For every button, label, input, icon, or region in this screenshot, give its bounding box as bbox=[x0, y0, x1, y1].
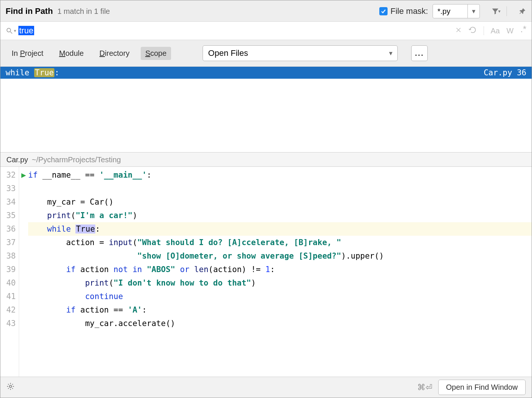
svg-point-4 bbox=[9, 385, 12, 388]
scope-tab-scope[interactable]: Scope bbox=[141, 47, 171, 60]
scope-tabs: In ProjectModuleDirectoryScope bbox=[7, 47, 171, 60]
shortcut-hint: ⌘⏎ bbox=[417, 383, 432, 392]
open-in-find-window-button[interactable]: Open in Find Window bbox=[438, 380, 526, 395]
clear-icon[interactable] bbox=[455, 27, 462, 35]
result-file: Car.py 36 bbox=[484, 68, 526, 77]
scope-dropdown-value: Open Files bbox=[203, 48, 385, 58]
line-gutter: 323334353637383940414243 bbox=[0, 167, 19, 377]
chevron-down-icon: ▾ bbox=[385, 49, 397, 57]
svg-point-0 bbox=[7, 28, 11, 32]
file-mask-input[interactable]: *.py ▾ bbox=[433, 4, 480, 18]
title-bar: Find in Path 1 match in 1 file File mask… bbox=[0, 0, 532, 21]
scope-dropdown[interactable]: Open Files ▾ bbox=[203, 45, 398, 61]
run-marks: ▶ bbox=[19, 167, 28, 377]
file-mask-dropdown-icon[interactable]: ▾ bbox=[467, 4, 479, 18]
match-case-toggle[interactable]: Aa bbox=[491, 27, 500, 35]
result-row[interactable]: while True: Car.py 36 bbox=[0, 67, 532, 79]
search-row: ▾ true Aa W .* bbox=[0, 21, 532, 40]
words-toggle[interactable]: W bbox=[506, 27, 514, 35]
preview-header: Car.py ~/PycharmProjects/Testing bbox=[0, 152, 532, 167]
pin-icon[interactable] bbox=[518, 7, 526, 15]
code-body: if __name__ == '__main__': my_car = Car(… bbox=[28, 167, 532, 377]
scope-tab-in-project[interactable]: In Project bbox=[7, 47, 48, 60]
scope-ellipsis-button[interactable]: ... bbox=[411, 45, 428, 61]
scope-row: In ProjectModuleDirectoryScope Open File… bbox=[0, 40, 532, 66]
dialog-title: Find in Path bbox=[6, 6, 53, 16]
regex-toggle[interactable]: .* bbox=[520, 24, 526, 34]
search-query: true bbox=[18, 26, 34, 35]
history-icon[interactable] bbox=[469, 26, 477, 36]
results-list: while True: Car.py 36 bbox=[0, 66, 532, 152]
footer: ⌘⏎ Open in Find Window bbox=[0, 377, 532, 398]
file-mask-checkbox[interactable] bbox=[379, 7, 388, 15]
gear-icon[interactable] bbox=[6, 382, 15, 393]
search-icon[interactable]: ▾ bbox=[6, 27, 16, 34]
filter-icon[interactable]: ▾ bbox=[491, 7, 500, 15]
svg-line-1 bbox=[11, 32, 12, 34]
result-code: while True: bbox=[6, 68, 479, 77]
preview-filepath: ~/PycharmProjects/Testing bbox=[32, 156, 121, 164]
code-preview[interactable]: 323334353637383940414243 ▶ if __name__ =… bbox=[0, 167, 532, 377]
scope-tab-module[interactable]: Module bbox=[55, 47, 89, 60]
preview-filename: Car.py bbox=[6, 156, 28, 164]
search-input[interactable]: true bbox=[18, 26, 455, 36]
file-mask-label: File mask: bbox=[391, 6, 428, 16]
file-mask-value: *.py bbox=[433, 7, 467, 16]
results-blank-area bbox=[0, 79, 532, 152]
scope-tab-directory[interactable]: Directory bbox=[95, 47, 134, 60]
match-count: 1 match in 1 file bbox=[57, 7, 110, 16]
divider bbox=[506, 6, 507, 16]
